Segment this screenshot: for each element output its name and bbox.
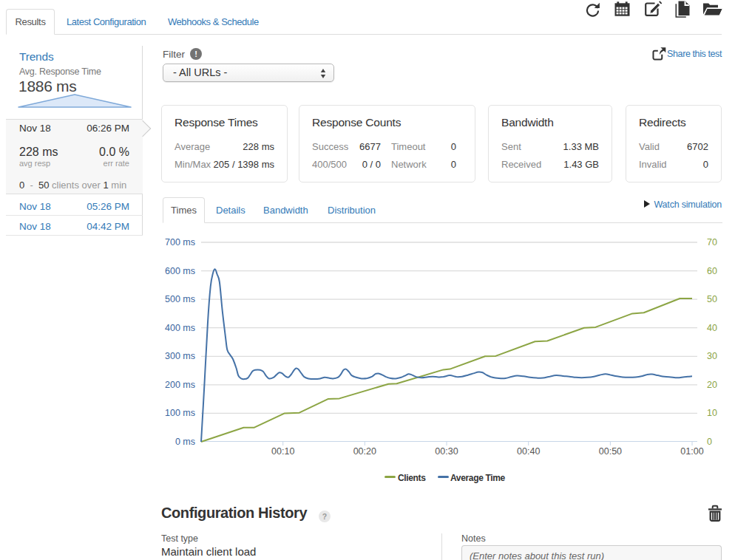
svg-text:70: 70 — [707, 237, 717, 247]
svg-text:60: 60 — [707, 266, 717, 276]
svg-text:00:10: 00:10 — [271, 446, 294, 457]
svg-text:600 ms: 600 ms — [165, 266, 195, 276]
svg-text:20: 20 — [707, 380, 717, 390]
svg-text:10: 10 — [707, 408, 717, 418]
svg-text:50: 50 — [707, 294, 717, 304]
svg-text:500 ms: 500 ms — [165, 294, 195, 304]
svg-text:40: 40 — [707, 323, 717, 333]
svg-text:700 ms: 700 ms — [165, 237, 195, 247]
svg-text:200 ms: 200 ms — [165, 380, 195, 390]
svg-text:00:50: 00:50 — [599, 446, 622, 457]
svg-text:01:00: 01:00 — [680, 446, 703, 457]
svg-text:00:30: 00:30 — [435, 446, 458, 457]
svg-text:00:40: 00:40 — [517, 446, 540, 457]
svg-text:300 ms: 300 ms — [165, 351, 195, 361]
svg-text:00:20: 00:20 — [353, 446, 376, 457]
svg-text:0 ms: 0 ms — [175, 437, 195, 447]
svg-text:30: 30 — [707, 351, 717, 361]
svg-text:100 ms: 100 ms — [165, 408, 195, 418]
svg-text:0: 0 — [707, 437, 712, 447]
svg-text:400 ms: 400 ms — [165, 323, 195, 333]
